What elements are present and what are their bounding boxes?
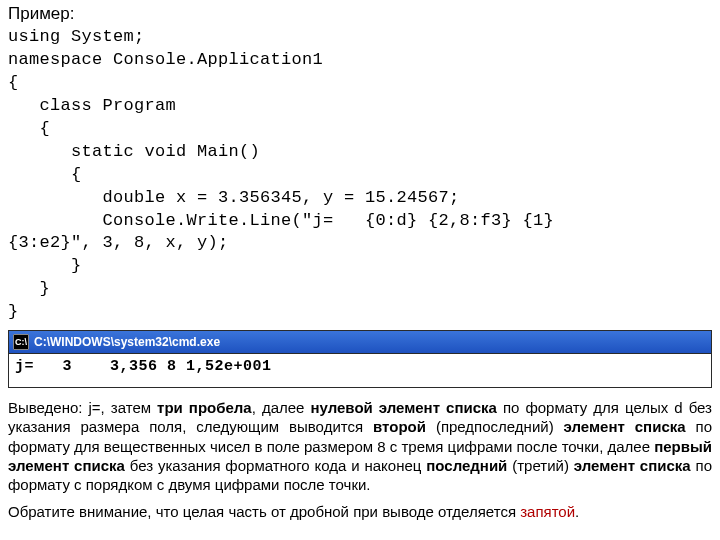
explanation-paragraph: Выведено: j=, затем три пробела, далее н… bbox=[8, 398, 712, 494]
code-line: class Program bbox=[8, 96, 176, 115]
code-line: namespace Console.Application1 bbox=[8, 50, 323, 69]
cmd-icon: C:\ bbox=[13, 334, 29, 350]
bold-run: второй bbox=[373, 418, 426, 435]
code-line: } bbox=[8, 256, 82, 275]
text-run: Выведено: j=, затем bbox=[8, 399, 157, 416]
cmd-title-text: C:\WINDOWS\system32\cmd.exe bbox=[34, 335, 220, 349]
code-line: double x = 3.356345, y = 15.24567; bbox=[8, 188, 460, 207]
bold-run: элемент списка bbox=[574, 457, 691, 474]
code-block: using System; namespace Console.Applicat… bbox=[8, 26, 712, 324]
text-run: (предпоследний) bbox=[426, 418, 564, 435]
note-paragraph: Обратите внимание, что целая часть от др… bbox=[8, 502, 712, 521]
cmd-titlebar: C:\ C:\WINDOWS\system32\cmd.exe bbox=[9, 331, 711, 354]
code-line: } bbox=[8, 279, 50, 298]
code-line: using System; bbox=[8, 27, 145, 46]
code-line: } bbox=[8, 302, 19, 321]
text-run: без указания форматного кода и наконец bbox=[125, 457, 426, 474]
highlight-run: запятой bbox=[520, 503, 575, 520]
bold-run: нулевой элемент списка bbox=[310, 399, 496, 416]
code-line: {3:e2}", 3, 8, x, y); bbox=[8, 233, 229, 252]
code-line: static void Main() bbox=[8, 142, 260, 161]
bold-run: последний bbox=[426, 457, 507, 474]
cmd-window: C:\ C:\WINDOWS\system32\cmd.exe j= 3 3,3… bbox=[8, 330, 712, 388]
code-line: { bbox=[8, 119, 50, 138]
cmd-output: j= 3 3,356 8 1,52e+001 bbox=[9, 354, 711, 387]
code-line: { bbox=[8, 165, 82, 184]
text-run: Обратите внимание, что целая часть от др… bbox=[8, 503, 520, 520]
text-run: , далее bbox=[252, 399, 311, 416]
text-run: . bbox=[575, 503, 579, 520]
example-heading: Пример: bbox=[8, 4, 712, 24]
text-run: (третий) bbox=[507, 457, 573, 474]
bold-run: элемент списка bbox=[564, 418, 686, 435]
code-line: Console.Write.Line("j= {0:d} {2,8:f3} {1… bbox=[8, 211, 554, 230]
code-line: { bbox=[8, 73, 19, 92]
bold-run: три пробела bbox=[157, 399, 252, 416]
